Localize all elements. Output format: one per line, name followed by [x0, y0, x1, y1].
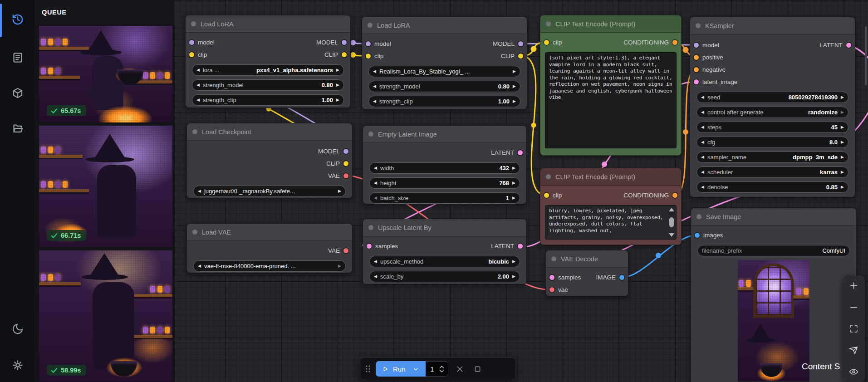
output-port-conditioning[interactable] — [672, 40, 677, 45]
zoom-in-icon[interactable] — [849, 281, 858, 290]
decrement-arrow-icon[interactable]: ◀ — [374, 274, 377, 279]
input-port-images[interactable] — [695, 233, 700, 238]
input-port-samples[interactable] — [367, 244, 372, 249]
batch-count-input[interactable]: 1 — [426, 361, 448, 377]
run-options-chevron-icon[interactable] — [412, 366, 419, 372]
node-save-image[interactable]: Save Image images filename_prefixComfyUI — [691, 208, 857, 382]
output-port-vae[interactable] — [343, 173, 348, 178]
decrement-arrow-icon[interactable]: ◀ — [701, 140, 704, 144]
widget-steps[interactable]: ◀steps45▶ — [696, 122, 848, 133]
queue-result-item[interactable]: 66.71s — [39, 126, 172, 247]
queue-result-item[interactable]: 65.67s — [39, 26, 172, 122]
decrement-count-icon[interactable] — [439, 370, 444, 372]
decrement-arrow-icon[interactable]: ◀ — [374, 181, 377, 185]
input-port-clip[interactable] — [544, 40, 549, 45]
decrement-arrow-icon[interactable]: ◀ — [701, 185, 704, 189]
widget-upscale-method[interactable]: ◀upscale_methodbicubic▶ — [369, 256, 520, 267]
decrement-arrow-icon[interactable]: ◀ — [374, 166, 377, 170]
saved-image-preview[interactable] — [738, 260, 809, 382]
prev-arrow-icon[interactable]: ◀ — [701, 170, 704, 174]
node-empty-latent-image[interactable]: Empty Latent Image LATENT ◀width432▶ ◀he… — [363, 125, 527, 204]
decrement-arrow-icon[interactable]: ◀ — [701, 125, 704, 129]
output-port-latent[interactable] — [518, 244, 523, 249]
next-arrow-icon[interactable]: ▶ — [841, 170, 844, 174]
widget-strength-clip[interactable]: ◀strength_clip1.00▶ — [368, 96, 520, 107]
prev-arrow-icon[interactable]: ◀ — [701, 155, 704, 159]
prev-arrow-icon[interactable]: ◀ — [701, 110, 704, 114]
settings-gear-icon[interactable] — [11, 359, 24, 372]
next-arrow-icon[interactable]: ▶ — [338, 264, 341, 268]
increment-arrow-icon[interactable]: ▶ — [336, 98, 339, 102]
output-port-vae[interactable] — [343, 248, 348, 253]
pan-navigate-icon[interactable] — [849, 346, 858, 355]
increment-arrow-icon[interactable]: ▶ — [512, 196, 515, 200]
widget-batch-size[interactable]: ◀batch_size1▶ — [369, 192, 520, 204]
node-load-lora-1[interactable]: Load LoRA model MODEL clip CLIP ◀lora ..… — [185, 15, 351, 108]
input-port-positive[interactable] — [694, 55, 699, 60]
textarea-scrollbar[interactable] — [668, 207, 675, 238]
input-port-clip[interactable] — [189, 52, 194, 57]
next-arrow-icon[interactable]: ▶ — [336, 68, 339, 72]
increment-arrow-icon[interactable]: ▶ — [841, 185, 844, 189]
widget-height[interactable]: ◀height768▶ — [369, 177, 520, 189]
widget-strength-clip[interactable]: ◀strength_clip1.00▶ — [192, 94, 344, 106]
toggle-visibility-eye-icon[interactable] — [849, 367, 858, 377]
fit-view-icon[interactable] — [849, 324, 858, 333]
prev-arrow-icon[interactable]: ◀ — [198, 264, 201, 268]
output-port-model[interactable] — [342, 40, 347, 45]
node-clip-text-encode-negative[interactable]: CLIP Text Encode (Prompt) clip CONDITION… — [540, 168, 682, 245]
output-port-clip[interactable] — [342, 52, 347, 57]
increment-arrow-icon[interactable]: ▶ — [841, 125, 844, 129]
cancel-run-icon[interactable] — [456, 365, 464, 373]
workflows-icon[interactable] — [11, 52, 24, 64]
input-port-latent-image[interactable] — [694, 79, 699, 84]
output-port-model[interactable] — [518, 41, 523, 46]
prev-arrow-icon[interactable]: ◀ — [373, 69, 376, 73]
decrement-arrow-icon[interactable]: ◀ — [373, 99, 376, 103]
moon-theme-icon[interactable] — [11, 323, 24, 335]
prev-arrow-icon[interactable]: ◀ — [198, 189, 201, 193]
widget-vae-name[interactable]: ◀vae-ft-mse-840000-ema-pruned. ...▶ — [193, 260, 346, 272]
next-arrow-icon[interactable]: ▶ — [841, 110, 844, 114]
increment-arrow-icon[interactable]: ▶ — [336, 83, 339, 87]
input-port-model[interactable] — [366, 41, 371, 46]
widget-seed[interactable]: ◀seed805029278419390▶ — [696, 92, 848, 103]
output-port-model[interactable] — [343, 149, 348, 154]
widget-denoise[interactable]: ◀denoise0.85▶ — [696, 181, 848, 193]
next-arrow-icon[interactable]: ▶ — [512, 260, 515, 264]
widget-strength-model[interactable]: ◀strength_model0.80▶ — [368, 81, 520, 92]
decrement-arrow-icon[interactable]: ◀ — [196, 98, 200, 102]
scroll-thumb[interactable] — [669, 217, 674, 227]
prev-arrow-icon[interactable]: ◀ — [374, 260, 377, 264]
decrement-arrow-icon[interactable]: ◀ — [196, 83, 200, 87]
history-icon[interactable] — [11, 14, 24, 26]
increment-arrow-icon[interactable]: ▶ — [513, 99, 516, 103]
widget-cfg[interactable]: ◀cfg8.0▶ — [696, 137, 848, 148]
increment-arrow-icon[interactable]: ▶ — [841, 95, 844, 99]
decrement-arrow-icon[interactable]: ◀ — [374, 196, 377, 200]
queue-result-item[interactable]: 58.99s — [39, 250, 172, 382]
node-load-lora-2[interactable]: Load LoRA model MODEL clip CLIP ◀Realism… — [362, 16, 527, 109]
widget-width[interactable]: ◀width432▶ — [369, 162, 520, 174]
output-port-clip[interactable] — [518, 54, 523, 59]
scroll-up-icon[interactable] — [669, 208, 674, 211]
widget-control-after-generate[interactable]: ◀control after generaterandomize▶ — [696, 107, 848, 118]
increment-arrow-icon[interactable]: ▶ — [512, 166, 515, 170]
input-port-vae[interactable] — [549, 287, 554, 292]
prompt-textarea[interactable]: (soft pixel art style:1.3), a elegant va… — [545, 52, 677, 148]
node-load-vae[interactable]: Load VAE VAE ◀vae-ft-mse-840000-ema-prun… — [186, 223, 353, 273]
input-port-model[interactable] — [694, 43, 699, 48]
increment-count-icon[interactable] — [439, 366, 444, 368]
next-arrow-icon[interactable]: ▶ — [841, 155, 844, 159]
run-button[interactable]: Run — [376, 361, 426, 377]
zoom-out-icon[interactable] — [849, 303, 858, 312]
widget-scale-by[interactable]: ◀scale_by2.00▶ — [369, 271, 520, 282]
output-port-latent[interactable] — [846, 43, 851, 48]
folder-icon[interactable] — [11, 122, 24, 135]
scroll-down-icon[interactable] — [669, 233, 674, 237]
node-clip-text-encode-positive[interactable]: CLIP Text Encode (Prompt) clip CONDITION… — [540, 15, 682, 156]
output-port-image[interactable] — [619, 275, 624, 280]
models-box-icon[interactable] — [11, 87, 24, 99]
widget-sampler-name[interactable]: ◀sampler_namedpmpp_3m_sde▶ — [696, 152, 848, 163]
widget-scheduler[interactable]: ◀schedulerkarras▶ — [696, 167, 848, 178]
